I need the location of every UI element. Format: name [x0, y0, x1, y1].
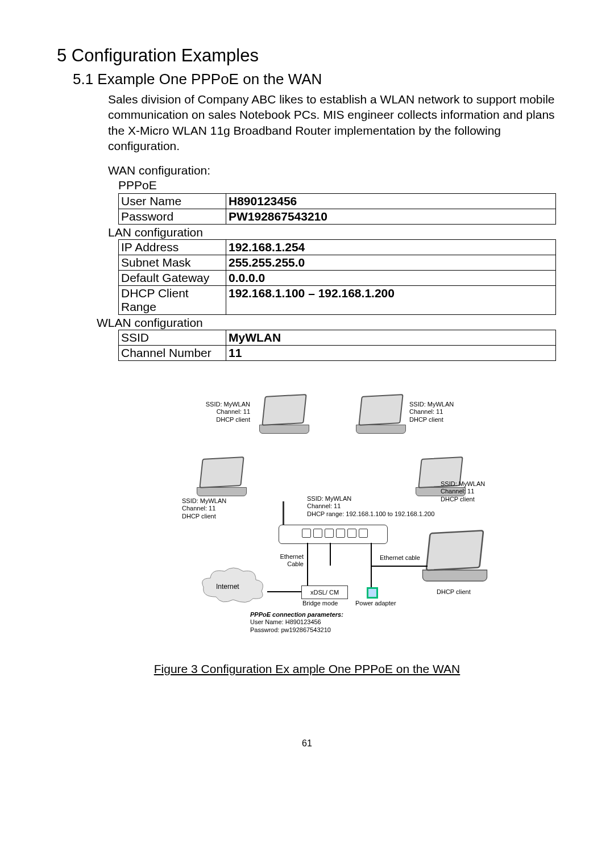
laptop-icon	[193, 458, 250, 497]
client-caption: SSID: MyWLANChannel: 11DHCP client	[409, 401, 454, 423]
pppoe-password: Passwrod: pw192867543210	[250, 626, 343, 634]
table-row: Channel Number11	[119, 346, 556, 361]
table-row: Default Gateway0.0.0.0	[119, 271, 556, 286]
network-diagram: SSID: MyWLANChannel: 11DHCP client SSID:…	[125, 395, 489, 651]
power-adapter-icon	[367, 587, 378, 599]
table-row: PasswordPW192867543210	[119, 209, 556, 225]
cell-val: 192.168.1.100 – 192.168.1.200	[226, 286, 556, 315]
cell-key: IP Address	[119, 240, 226, 255]
page-number: 61	[57, 738, 557, 749]
lan-config-label: LAN configuration	[108, 226, 557, 239]
cell-key: Password	[119, 209, 226, 225]
cell-val: 0.0.0.0	[226, 271, 556, 286]
internet-label: Internet	[216, 583, 239, 591]
client-caption: SSID: MyWLANChannel: 11DHCP client	[193, 401, 250, 423]
pppoe-label: PPPoE	[118, 178, 557, 192]
connection-line	[307, 543, 308, 585]
client-caption: SSID: MyWLANChannel: 11DHCP client	[182, 497, 226, 520]
figure-caption: Figure 3 Configuration Ex ample One PPPo…	[57, 662, 557, 676]
cell-val: 192.168.1.254	[226, 240, 556, 255]
cell-val: H890123456	[226, 194, 556, 209]
wan-config-table: User NameH890123456 PasswordPW1928675432…	[118, 193, 556, 225]
cell-val: PW192867543210	[226, 209, 556, 225]
power-label: Power adapter	[355, 600, 396, 607]
laptop-icon	[418, 531, 492, 583]
ethernet-label: EthernetCable	[274, 553, 304, 568]
connection-line	[371, 566, 428, 567]
ethernet-label: Ethernet cable	[380, 554, 420, 562]
cell-key: SSID	[119, 330, 226, 346]
dhcp-client-label: DHCP client	[437, 588, 471, 596]
cell-key: Default Gateway	[119, 271, 226, 286]
wlan-config-label: WLAN configuration	[97, 316, 557, 330]
table-row: IP Address192.168.1.254	[119, 240, 556, 255]
pppoe-username: User Name: H890123456	[250, 618, 343, 626]
bridge-mode-label: Bridge mode	[302, 600, 338, 607]
cell-val: MyWLAN	[226, 330, 556, 346]
section-heading: 5.1 Example One PPPoE on the WAN	[73, 70, 557, 88]
lan-config-table: IP Address192.168.1.254 Subnet Mask255.2…	[118, 239, 556, 315]
intro-paragraph: Sales division of Company ABC likes to e…	[108, 92, 557, 153]
table-row: Subnet Mask255.255.255.0	[119, 255, 556, 271]
cell-val: 255.255.255.0	[226, 255, 556, 271]
connection-line	[330, 543, 331, 566]
cell-key: DHCP Client Range	[119, 286, 226, 315]
wan-config-label: WAN configuration:	[108, 164, 557, 177]
table-row: SSIDMyWLAN	[119, 330, 556, 346]
pppoe-title: PPPoE connection parameters:	[250, 611, 343, 618]
router-icon	[279, 525, 388, 544]
xdsl-modem-icon: xDSL/ CM	[301, 585, 348, 599]
cell-key: User Name	[119, 194, 226, 209]
pppoe-parameters-note: PPPoE connection parameters: User Name: …	[250, 611, 343, 634]
table-row: DHCP Client Range192.168.1.100 – 192.168…	[119, 286, 556, 315]
client-caption: SSID: MyWLANChannel: 11DHCP client	[441, 480, 485, 503]
router-caption: SSID: MyWLANChannel: 11DHCP range: 192.1…	[307, 495, 434, 518]
cell-key: Subnet Mask	[119, 255, 226, 271]
laptop-icon	[352, 395, 409, 435]
cell-key: Channel Number	[119, 346, 226, 361]
wlan-config-table: SSIDMyWLAN Channel Number11	[118, 330, 556, 361]
chapter-heading: 5 Configuration Examples	[57, 45, 557, 66]
cell-val: 11	[226, 346, 556, 361]
connection-line	[371, 543, 372, 587]
table-row: User NameH890123456	[119, 194, 556, 209]
laptop-icon	[256, 395, 313, 435]
connection-line	[267, 591, 301, 592]
